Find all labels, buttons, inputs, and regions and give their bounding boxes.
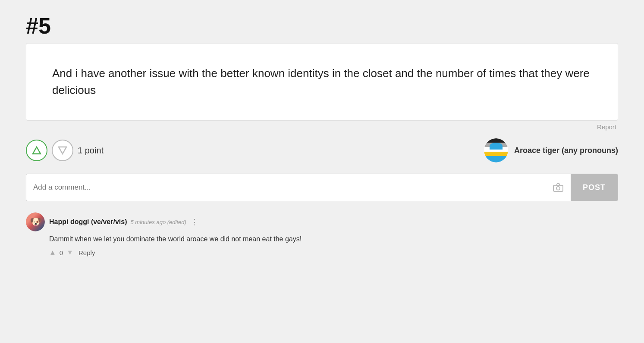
comment-input[interactable] (26, 175, 546, 200)
comment-section: 🐶 Happi doggi (ve/ver/vis) 5 minutes ago… (26, 209, 618, 256)
vote-count: 1 point (78, 146, 104, 156)
comment-upvote-icon[interactable]: ▲ (49, 249, 56, 256)
upvote-icon (32, 146, 41, 155)
comment-body: Dammit when we let you dominate the worl… (49, 234, 618, 244)
comment-item: 🐶 Happi doggi (ve/ver/vis) 5 minutes ago… (26, 209, 618, 256)
post-number: #5 (26, 13, 618, 39)
reply-button[interactable]: Reply (77, 249, 97, 256)
comment-input-row: POST (26, 174, 618, 201)
camera-icon-btn[interactable] (546, 183, 571, 192)
post-actions-row: 1 point Aroace tiger (any pronouns) (26, 131, 618, 169)
author-avatar (484, 138, 508, 162)
downvote-icon (58, 146, 67, 155)
comment-time: 5 minutes ago (edited) (130, 219, 186, 225)
author-name: Aroace tiger (any pronouns) (514, 146, 618, 155)
comment-avatar: 🐶 (26, 212, 45, 231)
comment-author: Happi doggi (ve/ver/vis) (49, 218, 127, 226)
svg-marker-0 (33, 147, 41, 154)
downvote-button[interactable] (52, 140, 73, 161)
post-body: And i have another issue with the better… (52, 65, 592, 99)
camera-icon (553, 183, 564, 192)
comment-downvote-icon[interactable]: ▼ (66, 249, 73, 256)
comment-vote-count: 0 (60, 249, 63, 256)
comment-more-button[interactable]: ⋮ (191, 217, 198, 227)
svg-point-3 (556, 187, 560, 190)
svg-marker-1 (59, 147, 66, 154)
post-button[interactable]: POST (571, 174, 618, 201)
report-link[interactable]: Report (597, 123, 618, 131)
post-card: And i have another issue with the better… (26, 43, 618, 121)
upvote-button[interactable] (26, 140, 47, 161)
